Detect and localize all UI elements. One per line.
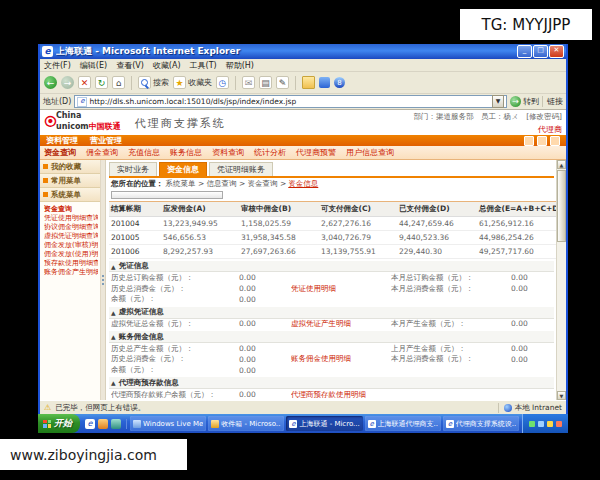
table-row: 201004 13,223,949.95 1,158,025.59 2,627,… (109, 216, 556, 230)
maximize-button[interactable]: □ (533, 45, 548, 58)
messenger-button[interactable] (319, 76, 330, 90)
close-button[interactable]: ✕ (549, 45, 564, 58)
sidebar-item-prepay-usage[interactable]: 预存款使用明细查询 (44, 259, 98, 268)
nav-funds-query[interactable]: 资金查询 (44, 147, 76, 158)
sidebar-item-virtual-voucher[interactable]: 虚拟凭证明细查询 (44, 232, 98, 241)
forward-button[interactable]: → (61, 76, 74, 90)
menu-edit[interactable]: 编辑(E) (80, 60, 107, 71)
search-button[interactable]: 搜索 (138, 76, 169, 90)
taskbar-button-agent-site[interactable]: e 上海联通代理商支... (365, 416, 441, 431)
cell-value: 9,440,523.36 (397, 230, 477, 244)
address-input[interactable]: e http://dls.sh.unicom.local:15010/dls/j… (74, 95, 507, 108)
col-payable: 应发佣金(A) (161, 201, 239, 216)
ie-icon: e (289, 420, 297, 428)
vertical-scrollbar[interactable]: ▲ ▼ (556, 160, 566, 400)
cell-period: 201006 (109, 244, 161, 258)
section-header-account-commission[interactable]: ▲ 账务佣金信息 (109, 331, 554, 343)
menu-view[interactable]: 查看(V) (116, 60, 144, 71)
menu-business-mgmt[interactable]: 营业管理 (90, 135, 122, 146)
tab-voucher-detail[interactable]: 凭证明细账务 (209, 162, 273, 176)
sidebar-item-account-commission[interactable]: 账务佣金产生明细查询 (44, 268, 98, 277)
nav-recharge-info[interactable]: 充值信息 (128, 147, 160, 158)
menu-file[interactable]: 文件(F) (44, 60, 71, 71)
links-menu[interactable]: 链接 (542, 96, 563, 107)
logout-shortcut-icon[interactable] (550, 136, 560, 146)
stop-button[interactable]: ✕ (78, 76, 91, 90)
minimize-button[interactable]: _ (517, 45, 532, 58)
mail-button[interactable]: ✉ (242, 76, 255, 90)
sidebar-item-agreement-detail[interactable]: 协议佣金明细查询 (44, 223, 98, 232)
print-button[interactable]: ▤ (259, 76, 272, 90)
taskbar-button-live[interactable]: Windows Live Me... (130, 416, 206, 431)
go-button[interactable]: → 转到 (510, 96, 539, 107)
taskbar-button-inbox[interactable]: 收件箱 - Microso... (208, 416, 284, 431)
tab-funds-info[interactable]: 资金信息 (159, 162, 207, 176)
sidebar-section-system[interactable]: 系统菜单 (40, 188, 100, 202)
back-button[interactable]: ← (44, 76, 57, 90)
scroll-up-icon[interactable]: ▲ (557, 160, 566, 169)
menu-data-mgmt[interactable]: 资料管理 (46, 135, 78, 146)
nav-commission-query[interactable]: 佣金查询 (86, 147, 118, 158)
menu-help[interactable]: 帮助(H) (226, 60, 254, 71)
nav-stats-analysis[interactable]: 统计分析 (254, 147, 286, 158)
section-header-virtual-voucher[interactable]: ▲ 虚拟凭证信息 (109, 307, 554, 319)
tray-network-icon[interactable] (538, 421, 544, 427)
nav-data-query[interactable]: 资料查询 (212, 147, 244, 158)
collapse-triangle-icon: ▲ (111, 309, 116, 316)
cell-value: 13,139,755.91 (319, 244, 397, 258)
quicklaunch-ie-icon[interactable]: e (85, 419, 95, 429)
address-dropdown-icon[interactable]: ▼ (492, 95, 504, 108)
col-auditing: 审核中佣金(B) (239, 201, 319, 216)
section-header-agent-prepay[interactable]: ▲ 代理商预存款信息 (109, 377, 554, 389)
top-menu-icons (524, 136, 560, 146)
taskbar-button-agent-system[interactable]: e 代理商支撑系统设... (443, 416, 519, 431)
commission-table: 结算帐期 应发佣金(A) 审核中佣金(B) 可支付佣金(C) 已支付佣金(D) … (109, 201, 556, 259)
sidebar-item-commission-audit[interactable]: 佣金发放(审核)明细查询 (44, 241, 98, 250)
sidebar-item-funds-query[interactable]: 资金查询 (44, 205, 98, 214)
detail-link[interactable]: 账务佣金使用明细 (291, 354, 391, 364)
tray-antivirus-icon[interactable] (556, 421, 562, 427)
tray-status-icon[interactable] (529, 421, 535, 427)
row-label: 历史总订购金额（元）： (111, 273, 239, 283)
sidebar-section-label: 常用菜单 (51, 176, 81, 186)
history-button[interactable]: ◷ (216, 76, 229, 90)
warning-icon[interactable]: ⚠ (44, 404, 51, 412)
nav-account-info[interactable]: 账务信息 (170, 147, 202, 158)
sidebar-item-voucher-detail[interactable]: 凭证使用明细查询 (44, 214, 98, 223)
home-button[interactable]: ⌂ (112, 76, 125, 90)
msn-button[interactable]: 8 (334, 76, 345, 90)
sub-nav-bar: 资金查询 佣金查询 充值信息 账务信息 资料查询 统计分析 代理商预警 用户信息… (40, 146, 566, 160)
detail-link[interactable]: 虚拟凭证产生明细 (291, 319, 391, 329)
tab-realtime-business[interactable]: 实时业务 (109, 162, 157, 176)
sidebar-section-favorites[interactable]: 我的收藏 (40, 160, 100, 174)
refresh-button[interactable]: ↻ (95, 76, 108, 90)
window-titlebar[interactable]: e 上海联通 - Microsoft Internet Explorer _ □… (40, 44, 566, 59)
nav-agent-alert[interactable]: 代理商预警 (296, 147, 336, 158)
start-button[interactable]: 开始 (38, 414, 80, 433)
tray-volume-icon[interactable] (547, 421, 553, 427)
help-shortcut-icon[interactable] (537, 136, 547, 146)
sidebar-section-common[interactable]: 常用菜单 (40, 174, 100, 188)
breadcrumb-current[interactable]: 资金信息 (288, 179, 318, 189)
sidebar-item-commission-usage[interactable]: 佣金发放(使用)明细查询 (44, 250, 98, 259)
edit-button[interactable]: ✎ (276, 76, 289, 90)
menu-favorites[interactable]: 收藏(A) (153, 60, 181, 71)
task-label: 上海联通 - Micro... (299, 419, 359, 429)
detail-link[interactable]: 凭证使用明细 (291, 284, 391, 294)
scroll-down-icon[interactable]: ▼ (557, 391, 566, 400)
home-shortcut-icon[interactable] (524, 136, 534, 146)
quicklaunch-desktop-icon[interactable] (98, 419, 108, 429)
address-bar: 地址(D) e http://dls.sh.unicom.local:15010… (40, 94, 566, 110)
user-info[interactable]: 部门：渠道服务部 员工：杨ㄨ [修改密码] (414, 112, 562, 122)
scrollbar-thumb[interactable] (557, 170, 566, 242)
taskbar-button-shanghai-unicom[interactable]: e 上海联通 - Micro... (286, 416, 362, 431)
nav-user-info-query[interactable]: 用户信息查询 (346, 147, 394, 158)
detail-link[interactable]: 代理商预存款使用明细 (291, 390, 391, 400)
section-header-voucher[interactable]: ▲ 凭证信息 (109, 261, 554, 273)
favorites-button[interactable]: ★ 收藏夹 (173, 76, 212, 90)
breadcrumb-path[interactable]: 系统菜单 > 信息查询 > 资金查询 > (166, 179, 287, 189)
loading-bar (111, 191, 223, 199)
menu-tools[interactable]: 工具(T) (190, 60, 217, 71)
quicklaunch-media-icon[interactable] (111, 419, 121, 429)
folder-button[interactable] (302, 76, 315, 90)
